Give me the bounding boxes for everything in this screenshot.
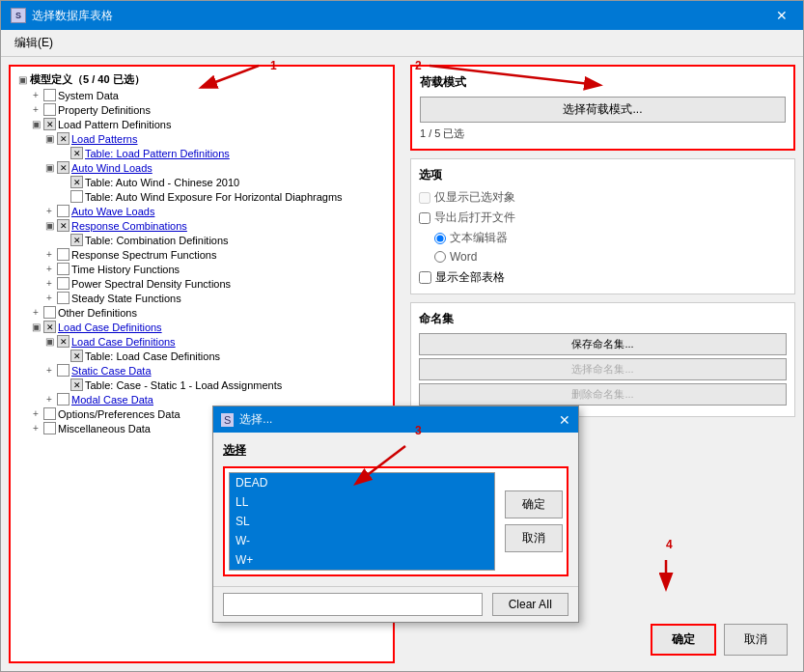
show-all-label: 显示全部表格 [435, 269, 505, 286]
save-naming-button[interactable]: 保存命名集... [419, 333, 787, 355]
tree-item-response-combinations[interactable]: ▣ ✕ Response Combinations [42, 218, 389, 233]
dialog-action-buttons: 确定 取消 [505, 472, 563, 571]
tree-item-load-patterns[interactable]: ▣ ✕ Load Patterns [42, 131, 389, 146]
tree-item-auto-wind[interactable]: ▣ ✕ Auto Wind Loads [42, 160, 389, 175]
option-export-open: 导出后打开文件 [419, 210, 787, 226]
dialog-title-bar: S 选择... ✕ [213, 406, 578, 433]
tree-item-table-combination-defs[interactable]: ✕ Table: Combination Definitions [55, 233, 389, 247]
show-selected-only-label: 仅显示已选对象 [434, 189, 515, 206]
naming-box: 命名集 保存命名集... 选择命名集... 删除命名集... [410, 302, 795, 417]
show-selected-only-checkbox[interactable] [419, 192, 430, 204]
load-mode-box: 荷载模式 选择荷载模式... 1 / 5 已选 [410, 65, 795, 151]
word-radio[interactable] [434, 251, 446, 263]
dialog-search-input[interactable] [223, 593, 483, 616]
tree-item-power-spectral[interactable]: + Power Spectral Density Functions [42, 276, 389, 291]
tree: ▣ 模型定义（5 / 40 已选） + System Data + [11, 67, 393, 440]
load-pattern-listbox[interactable]: DEAD LL SL W- W+ [229, 472, 495, 571]
dialog-title: 选择... [239, 411, 272, 428]
list-item-dead[interactable]: DEAD [230, 473, 494, 492]
tree-item-load-case-defs-sub[interactable]: ▣ ✕ Load Case Definitions [42, 334, 389, 349]
dialog-icon: S [221, 413, 234, 427]
dialog-section-label: 选择 [223, 442, 568, 459]
export-open-checkbox[interactable] [419, 212, 430, 224]
show-all-checkbox[interactable] [419, 271, 431, 284]
list-item-wm[interactable]: W- [230, 531, 494, 550]
tree-item-load-pattern-defs[interactable]: ▣ ✕ Load Pattern Definitions [28, 117, 389, 131]
tree-root: ▣ 模型定义（5 / 40 已选） + System Data + [14, 70, 389, 436]
window-title: 选择数据库表格 [32, 8, 113, 24]
options-box: 选项 仅显示已选对象 导出后打开文件 文本编辑器 Word [410, 158, 795, 294]
option-show-all: 显示全部表格 [419, 269, 787, 286]
list-item-wp[interactable]: W+ [230, 550, 494, 570]
ok-button[interactable]: 确定 [651, 624, 716, 656]
dialog-close-button[interactable]: ✕ [559, 412, 570, 428]
tree-item-property-defs[interactable]: + Property Definitions [28, 102, 389, 117]
dialog-bottom: Clear AIl [213, 586, 578, 622]
title-bar: S 选择数据库表格 ✕ [1, 1, 803, 30]
tree-item-load-case-defs[interactable]: ▣ ✕ Load Case Definitions [28, 320, 389, 334]
dialog-confirm-button[interactable]: 确定 [505, 490, 563, 518]
tree-item-table-load-case[interactable]: ✕ Table: Load Case Definitions [55, 349, 389, 363]
load-mode-count: 1 / 5 已选 [420, 126, 786, 141]
export-open-label: 导出后打开文件 [434, 210, 515, 226]
text-editor-label: 文本编辑器 [450, 230, 508, 246]
naming-title: 命名集 [419, 311, 787, 327]
tree-item-table-auto-wind-exposure[interactable]: Table: Auto Wind Exposure For Horizontal… [55, 189, 389, 204]
tree-item-modal-case[interactable]: + Modal Case Data [42, 392, 389, 406]
window-icon: S [11, 8, 26, 23]
tree-item-table-load-pattern[interactable]: ✕ Table: Load Pattern Definitions [55, 146, 389, 160]
tree-item-auto-wave[interactable]: + Auto Wave Loads [42, 204, 389, 218]
tree-item-static-case[interactable]: + Static Case Data [42, 363, 389, 378]
list-item-sl[interactable]: SL [230, 512, 494, 531]
cancel-button[interactable]: 取消 [724, 624, 788, 656]
load-pattern-defs-label: Load Pattern Definitions [58, 119, 171, 130]
dialog-content: 选择 DEAD LL SL W- W+ 确定 取消 [213, 433, 578, 586]
tree-item-other-defs[interactable]: + Other Definitions [28, 305, 389, 320]
clear-all-button[interactable]: Clear AIl [492, 593, 568, 616]
tree-item-table-case-static1[interactable]: ✕ Table: Case - Static 1 - Load Assignme… [55, 378, 389, 392]
dialog-cancel-button[interactable]: 取消 [505, 524, 563, 552]
close-button[interactable]: ✕ [770, 6, 793, 25]
options-title: 选项 [419, 167, 787, 183]
options-preferences-label: Options/Preferences Data [58, 408, 180, 420]
property-definitions-label: Property Definitions [58, 104, 151, 116]
menu-bar: 编辑(E) [1, 30, 803, 57]
word-label: Word [450, 250, 477, 264]
select-dialog: S 选择... ✕ 选择 DEAD LL SL W- W+ 确定 取消 [212, 406, 579, 623]
option-text-editor: 文本编辑器 [434, 230, 787, 246]
menu-edit[interactable]: 编辑(E) [9, 33, 59, 53]
bottom-buttons: 确定 取消 [410, 616, 795, 663]
root-expander: ▣ [16, 74, 28, 85]
delete-naming-button[interactable]: 删除命名集... [419, 383, 787, 406]
tree-item-response-spectrum[interactable]: + Response Spectrum Functions [42, 247, 389, 262]
tree-item-system-data[interactable]: + System Data [28, 88, 389, 102]
load-mode-title: 荷载模式 [420, 74, 786, 91]
select-naming-button[interactable]: 选择命名集... [419, 358, 787, 380]
tree-item-steady-state[interactable]: + Steady State Functions [42, 291, 389, 305]
root-label: 模型定义（5 / 40 已选） [30, 72, 145, 87]
text-editor-radio[interactable] [434, 233, 446, 244]
dialog-select-area: DEAD LL SL W- W+ 确定 取消 [223, 466, 568, 576]
select-load-mode-button[interactable]: 选择荷载模式... [420, 97, 786, 123]
tree-item-table-auto-wind-chinese[interactable]: ✕ Table: Auto Wind - Chinese 2010 [55, 175, 389, 189]
tree-item-time-history[interactable]: + Time History Functions [42, 262, 389, 276]
list-item-ll[interactable]: LL [230, 492, 494, 512]
option-word: Word [434, 250, 787, 264]
option-show-selected-only: 仅显示已选对象 [419, 189, 787, 206]
